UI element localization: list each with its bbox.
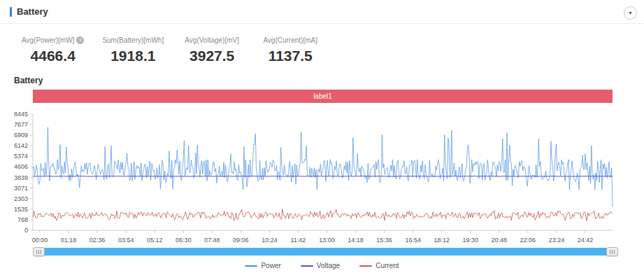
stat-label: Sum(Battery)[mWh]: [102, 36, 164, 44]
y-tick-label: 3839: [14, 174, 28, 181]
x-tick-label: 23:24: [549, 237, 565, 244]
y-tick-label: 3071: [14, 185, 28, 192]
y-tick-label: 768: [17, 216, 28, 223]
chart-area: label18445767769096142537446063839307123…: [0, 87, 644, 270]
y-tick-label: 8445: [14, 111, 28, 118]
help-icon[interactable]: ?: [76, 36, 84, 44]
legend-label: Power: [261, 262, 280, 270]
x-tick-label: 15:36: [376, 237, 392, 244]
x-tick-label: 07:48: [204, 237, 220, 244]
slider-track[interactable]: [33, 248, 618, 255]
y-tick-label: 4606: [14, 163, 28, 170]
page-title: Battery: [17, 6, 48, 17]
x-tick-label: 09:06: [233, 237, 249, 244]
power-line-icon: [245, 265, 257, 267]
stat-label-text: Avg(Current)[mA]: [263, 36, 317, 44]
y-tick-label: 0: [24, 227, 28, 234]
x-tick-label: 10:24: [262, 237, 278, 244]
x-tick-label: 03:54: [118, 237, 134, 244]
stat-sum-battery: Sum(Battery)[mWh] 1918.1: [102, 33, 164, 64]
voltage-line-icon: [301, 265, 313, 267]
y-tick-label: 1535: [14, 206, 28, 213]
x-tick-label: 22:06: [520, 237, 536, 244]
chart-title: Battery: [14, 76, 644, 85]
legend-label: Voltage: [317, 262, 340, 270]
y-tick-label: 6909: [14, 132, 28, 139]
legend-item-current[interactable]: Current: [359, 262, 399, 270]
current-line-icon: [359, 265, 372, 267]
collapse-button[interactable]: ▼: [624, 6, 637, 20]
stat-avg-power: Avg(Power)[mW] ? 4466.4: [22, 33, 84, 64]
stat-label-text: Sum(Battery)[mWh]: [102, 36, 164, 44]
x-tick-label: 11:42: [291, 237, 306, 244]
x-tick-label: 18:12: [434, 237, 450, 244]
grip-icon: [612, 250, 613, 254]
stat-label: Avg(Voltage)[mV]: [185, 36, 239, 44]
battery-chart[interactable]: label18445767769096142537446063839307123…: [0, 87, 644, 246]
x-tick-label: 13:00: [319, 237, 335, 244]
title-accent-bar: [10, 7, 12, 17]
x-tick-label: 19:30: [462, 237, 478, 244]
stat-value: 1918.1: [102, 48, 164, 64]
slider-right-handle[interactable]: [606, 247, 618, 256]
x-tick-label: 20:48: [492, 237, 508, 244]
y-tick-label: 5374: [14, 153, 28, 160]
grip-icon: [38, 250, 39, 254]
x-tick-label: 01:18: [61, 237, 77, 244]
stat-avg-voltage: Avg(Voltage)[mV] 3927.5: [182, 33, 242, 64]
x-tick-label: 16:54: [405, 237, 421, 244]
stat-value: 4466.4: [22, 48, 84, 64]
stat-value: 1137.5: [260, 48, 320, 64]
slider-left-handle[interactable]: [33, 247, 45, 256]
stats-row: Avg(Power)[mW] ? 4466.4 Sum(Battery)[mWh…: [22, 33, 644, 64]
x-tick-label: 06:30: [176, 237, 192, 244]
x-tick-label: 14:18: [348, 237, 364, 244]
stat-value: 3927.5: [182, 48, 242, 64]
chevron-down-icon: ▼: [628, 10, 633, 15]
series-power: [33, 127, 613, 207]
series-current: [33, 209, 613, 220]
chart-legend: Power Voltage Current: [0, 262, 644, 270]
section-header: Battery ▼: [0, 0, 644, 24]
stat-avg-current: Avg(Current)[mA] 1137.5: [260, 33, 320, 64]
annotation-label: label1: [313, 92, 332, 100]
stat-label: Avg(Current)[mA]: [263, 36, 317, 44]
y-tick-label: 6142: [14, 142, 28, 149]
y-tick-label: 7677: [14, 121, 28, 128]
legend-item-voltage[interactable]: Voltage: [301, 262, 340, 270]
x-tick-label: 05:12: [147, 237, 163, 244]
chart-zoom-slider: [33, 247, 618, 256]
x-tick-label: 02:36: [90, 237, 106, 244]
legend-item-power[interactable]: Power: [245, 262, 280, 270]
stat-label-text: Avg(Voltage)[mV]: [185, 36, 239, 44]
legend-label: Current: [375, 262, 399, 270]
stat-label: Avg(Power)[mW] ?: [22, 36, 84, 44]
x-tick-label: 24:42: [578, 237, 594, 244]
x-tick-label: 00:00: [32, 237, 48, 244]
stat-label-text: Avg(Power)[mW]: [22, 36, 74, 44]
y-tick-label: 2303: [14, 195, 28, 202]
